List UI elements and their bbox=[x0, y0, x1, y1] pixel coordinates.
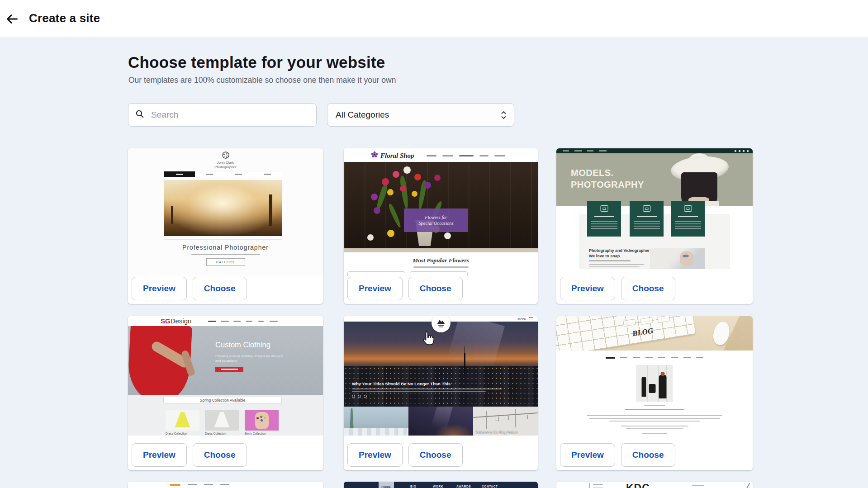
brand-rest: Design bbox=[171, 317, 192, 325]
template-thumbnail[interactable]: Menu Why Your Titles Should Be No Longer… bbox=[344, 316, 538, 436]
overlay-line2: Special Occasions bbox=[418, 221, 453, 226]
choose-button[interactable]: Choose bbox=[408, 277, 463, 300]
nav-item bbox=[208, 321, 216, 322]
portrait-photo bbox=[650, 248, 705, 269]
feature-title: Photography and Videographer bbox=[589, 248, 650, 253]
hero-city-dusk-photo: Why Your Titles Should Be No Longer Than… bbox=[344, 322, 538, 407]
back-button[interactable] bbox=[4, 10, 21, 28]
divider bbox=[164, 239, 282, 240]
text-placeholder bbox=[589, 260, 631, 261]
thumb-logo-role: Photographer bbox=[128, 165, 323, 169]
camera-icon bbox=[684, 205, 692, 212]
choose-button[interactable]: Choose bbox=[408, 443, 463, 467]
section-subheading: Our templates are 100% customizable so c… bbox=[128, 76, 396, 85]
nav-item bbox=[574, 150, 582, 152]
template-thumbnail[interactable]: John Clark Photographer Professional Pho… bbox=[128, 148, 323, 276]
nav-item bbox=[246, 321, 252, 322]
template-thumbnail[interactable]: MODELS. PHOTOGRAPHY Photography and Vide… bbox=[556, 148, 753, 276]
nav-item bbox=[221, 321, 229, 322]
preview-button[interactable]: Preview bbox=[132, 277, 187, 300]
app-bar: Create a site bbox=[0, 0, 868, 38]
thumb-section-title: Most Popular Flowers bbox=[344, 257, 538, 264]
product-card-outline bbox=[347, 271, 405, 276]
choose-button[interactable]: Choose bbox=[621, 443, 675, 467]
preview-button[interactable]: Preview bbox=[560, 277, 615, 300]
feature-tile bbox=[587, 201, 621, 237]
template-thumbnail[interactable] bbox=[128, 482, 323, 488]
thumb-top-bar: Floral Shop bbox=[344, 148, 538, 162]
nav-item bbox=[204, 484, 213, 485]
hero-field-photo bbox=[164, 180, 282, 236]
nav-item: CONTACT bbox=[482, 485, 498, 488]
hero-tulips-photo: Flowers for Special Occasions bbox=[344, 162, 538, 252]
choose-button[interactable]: Choose bbox=[193, 443, 247, 467]
text-placeholder bbox=[621, 426, 688, 426]
section-heading: Choose template for your website bbox=[128, 53, 385, 71]
thumb-nav-bar bbox=[170, 484, 229, 486]
template-card-bottom-right: KDC bbox=[556, 482, 753, 488]
template-thumbnail[interactable]: KDC bbox=[556, 482, 753, 488]
template-thumbnail[interactable]: SGDesign Custom Clothing Creating custom… bbox=[128, 316, 323, 436]
video-icon bbox=[600, 205, 608, 212]
overlay-line1: Flowers for bbox=[425, 215, 447, 220]
preview-button[interactable]: Preview bbox=[560, 443, 615, 467]
text-placeholder bbox=[625, 409, 684, 410]
thumb-hero-title: Custom Clothing bbox=[215, 341, 270, 349]
text-placeholder bbox=[352, 391, 486, 392]
product-caption: Dress Collection bbox=[166, 432, 187, 435]
cta-button bbox=[215, 367, 243, 372]
nav-item bbox=[224, 171, 253, 177]
nav-item bbox=[258, 321, 264, 322]
text-placeholder bbox=[191, 254, 260, 255]
nav-item bbox=[233, 321, 241, 322]
create-site-screen: Create a site Choose template for your w… bbox=[0, 0, 868, 488]
gallery-button: GALLERY bbox=[206, 258, 245, 266]
thumb-top-bar: SGDesign bbox=[128, 316, 323, 326]
nav-item: BIO bbox=[410, 485, 416, 488]
search-input[interactable] bbox=[150, 109, 310, 120]
nav-item bbox=[270, 321, 278, 322]
template-card-photographer: John Clark Photographer Professional Pho… bbox=[128, 148, 323, 304]
thumb-hero-title: Why Your Titles Should Be No Longer Than… bbox=[352, 381, 451, 386]
nav-item bbox=[427, 155, 436, 156]
decorative-slash bbox=[745, 483, 750, 488]
category-select[interactable]: All Categories bbox=[327, 103, 514, 127]
hero-desk-photo: BLOG bbox=[556, 316, 753, 351]
feature-tile bbox=[630, 201, 664, 237]
choose-button[interactable]: Choose bbox=[193, 277, 247, 300]
product-photo bbox=[245, 410, 279, 431]
nav-item bbox=[479, 155, 489, 156]
template-thumbnail[interactable]: BLOG bbox=[556, 316, 753, 436]
nav-item bbox=[587, 150, 593, 152]
template-thumbnail[interactable]: Floral Shop bbox=[344, 148, 538, 276]
nav-item: WORK bbox=[433, 485, 443, 488]
preview-button[interactable]: Preview bbox=[347, 277, 403, 300]
collection-section: Spring Collection Available Dress Collec… bbox=[128, 395, 323, 436]
text-placeholder bbox=[413, 266, 469, 268]
thumb-brand: SGDesign bbox=[161, 317, 191, 325]
choose-button[interactable]: Choose bbox=[621, 277, 675, 300]
thumb-nav-bar bbox=[556, 148, 753, 153]
nav-item bbox=[459, 155, 474, 156]
hero-line1: MODELS. bbox=[571, 167, 644, 179]
night-sky-photo bbox=[408, 407, 473, 436]
thumb-hero-title: MODELS. PHOTOGRAPHY bbox=[571, 167, 644, 190]
product-card-outline bbox=[410, 271, 468, 276]
thumb-brand-name: Floral Shop bbox=[380, 152, 414, 160]
chevron-up-down-icon bbox=[501, 111, 507, 119]
nav-item bbox=[188, 484, 197, 485]
preview-button[interactable]: Preview bbox=[347, 443, 403, 467]
social-icon bbox=[739, 150, 740, 152]
template-card-blog-keyboard: BLOG Preview Choose bbox=[556, 316, 753, 470]
template-card-travel-blog: Menu Why Your Titles Should Be No Longer… bbox=[344, 316, 538, 470]
preview-button[interactable]: Preview bbox=[132, 443, 187, 467]
search-icon bbox=[135, 109, 145, 121]
vertical-divider bbox=[589, 483, 590, 488]
text-placeholder bbox=[587, 415, 722, 416]
collection-banner: Spring Collection Available bbox=[163, 397, 282, 403]
statue-of-liberty-photo bbox=[344, 407, 408, 436]
template-thumbnail[interactable]: HOME BIO WORK AWARDS CONTACT bbox=[344, 482, 538, 488]
salon-photo bbox=[636, 365, 673, 402]
template-card-bottom-left bbox=[128, 482, 323, 488]
social-icon bbox=[735, 150, 736, 152]
